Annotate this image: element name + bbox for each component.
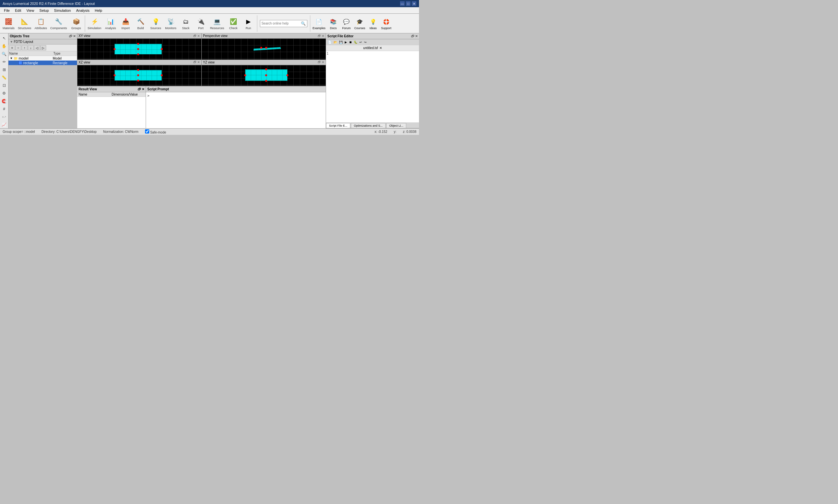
sidebar-select-tool[interactable]: ↖ [1, 35, 8, 42]
script-prompt-content[interactable]: > [146, 92, 326, 128]
script-save-btn[interactable]: 💾 [338, 40, 343, 44]
obj-up-btn[interactable]: ↑ [22, 45, 28, 50]
toolbar-groups[interactable]: 📦 Groups [69, 16, 84, 31]
menu-analysis[interactable]: Analysis [73, 8, 92, 13]
sidebar-zoom-tool[interactable]: 🔍 [1, 50, 8, 58]
sidebar-align-tool[interactable]: ⊡ [1, 82, 8, 89]
obj-down-btn[interactable]: ↓ [28, 45, 34, 50]
window-controls[interactable]: — □ ✕ [400, 1, 416, 6]
menu-simulation[interactable]: Simulation [51, 8, 73, 13]
sidebar-mesh-tool[interactable]: ⊞ [1, 66, 8, 73]
script-debug-btn[interactable]: 🐛 [353, 40, 358, 44]
search-box[interactable]: 🔍 [260, 20, 307, 27]
viewport-yz-float[interactable]: 🗗 [318, 60, 321, 64]
viewport-xy-close[interactable]: ✕ [197, 34, 200, 38]
toolbar-components[interactable]: 🔧 Components [49, 16, 68, 31]
viewport-yz-canvas[interactable] [202, 65, 326, 86]
viewport-xz-close[interactable]: ✕ [197, 60, 200, 64]
script-run-btn[interactable]: ▶ [344, 40, 347, 44]
sidebar-grid-tool[interactable]: # [1, 105, 8, 112]
menu-edit[interactable]: Edit [13, 8, 24, 13]
minimize-btn[interactable]: — [400, 1, 405, 6]
viewport-perspective[interactable]: Perspective view 🗗 ✕ [202, 33, 326, 59]
toolbar-import[interactable]: 📥 Import [119, 16, 133, 31]
viewport-persp-canvas[interactable] [202, 39, 326, 59]
script-content-area[interactable]: 1 [326, 51, 419, 122]
sidebar-settings-tool[interactable]: ⚙ [1, 90, 8, 97]
viewport-yz[interactable]: YZ view 🗗 ✕ [202, 60, 326, 86]
toolbar-attributes[interactable]: 📋 Attributes [33, 16, 49, 31]
menu-help[interactable]: Help [92, 8, 105, 13]
toolbar-stack[interactable]: 🗂 Stack [179, 16, 193, 31]
toolbar-analysis[interactable]: 📊 Analysis [104, 16, 118, 31]
viewport-xz-float[interactable]: 🗗 [194, 60, 196, 64]
model-expander[interactable]: ▼ [10, 57, 14, 60]
result-close-btn[interactable]: ✕ [142, 87, 144, 91]
viewport-xy[interactable]: XY view 🗗 ✕ [77, 33, 201, 59]
script-new-btn[interactable]: 📄 [327, 40, 332, 44]
script-close-btn[interactable]: ✕ [415, 34, 418, 38]
script-undo-btn[interactable]: ↩ [359, 40, 363, 44]
viewport-xy-canvas[interactable] [77, 39, 201, 59]
viewport-xz-title: XZ view [78, 60, 90, 64]
sidebar-measure-tool[interactable]: 📏 [1, 74, 8, 81]
viewport-persp-float[interactable]: 🗗 [318, 34, 321, 38]
viewport-xz[interactable]: XZ view 🗗 ✕ [77, 60, 201, 86]
toolbar-courses[interactable]: 🎓 Courses [353, 17, 366, 31]
toolbar-monitors[interactable]: 📡 Monitors [164, 16, 178, 31]
menu-view[interactable]: View [24, 8, 37, 13]
toolbar-check[interactable]: ✅ Check [226, 16, 240, 31]
toolbar-examples[interactable]: 📄 Examples [311, 17, 327, 31]
panel-close-btn[interactable]: ✕ [73, 34, 76, 38]
menu-setup[interactable]: Setup [37, 8, 51, 13]
result-float-btn[interactable]: 🗗 [138, 87, 141, 91]
script-float-btn[interactable]: 🗗 [411, 34, 414, 38]
script-close-file-btn[interactable]: ✕ [379, 46, 382, 50]
script-open-btn[interactable]: 📂 [333, 40, 338, 44]
toolbar-port[interactable]: 🔌 Port [194, 16, 208, 31]
examples-label: Examples [313, 26, 326, 30]
xz-dot-left [113, 74, 115, 76]
sidebar-chart-icon[interactable]: 📈 [1, 121, 8, 128]
menu-file[interactable]: File [1, 8, 13, 13]
viewport-persp-close[interactable]: ✕ [322, 34, 324, 38]
obj-move-left-btn[interactable]: ◁ [34, 45, 40, 50]
sidebar-pan-tool[interactable]: ✋ [1, 42, 8, 50]
toolbar-simulation[interactable]: ⚡ Simulation [86, 16, 103, 31]
viewport-xy-float[interactable]: 🗗 [194, 34, 196, 38]
toolbar-run[interactable]: ▶ Run [241, 16, 256, 31]
toolbar-support[interactable]: 🛟 Support [380, 17, 392, 31]
search-icon[interactable]: 🔍 [301, 21, 306, 26]
yz-dot-top [265, 68, 267, 70]
sidebar-draw-tool[interactable]: ✏ [1, 58, 8, 66]
tree-item-rectangle[interactable]: rectangle Rectangle [8, 60, 77, 65]
prompt-line-1: > [147, 94, 324, 98]
tab-optimizations[interactable]: Optimizations and S... [351, 123, 386, 128]
script-stop-btn[interactable]: ⏹ [348, 40, 353, 44]
result-col-name: Name [78, 93, 112, 96]
xy-dot-center [137, 48, 139, 50]
script-redo-btn[interactable]: ↪ [363, 40, 367, 44]
toolbar-build[interactable]: 🔨 Build [133, 16, 148, 31]
toolbar-docs[interactable]: 📚 Docs [327, 17, 339, 31]
search-input[interactable] [262, 22, 301, 25]
maximize-btn[interactable]: □ [406, 1, 410, 6]
toolbar-materials[interactable]: 🧱 Materials [1, 16, 16, 31]
obj-move-right-btn[interactable]: ▷ [40, 45, 46, 50]
obj-add-btn[interactable]: + [9, 45, 15, 50]
tab-object-lib[interactable]: Object Li... [386, 123, 406, 128]
tab-script-file[interactable]: Script File E... [326, 123, 350, 128]
obj-remove-btn[interactable]: − [15, 45, 21, 50]
toolbar-resources[interactable]: 💻 Resources [209, 16, 226, 31]
viewport-xz-canvas[interactable] [77, 65, 201, 86]
close-btn[interactable]: ✕ [412, 1, 416, 6]
toolbar-sources[interactable]: 💡 Sources [149, 16, 163, 31]
toolbar-forum[interactable]: 💬 Forum [340, 17, 353, 31]
tree-item-model[interactable]: ▼ 📁 model Model [8, 56, 77, 60]
toolbar-structures[interactable]: 📐 Structures [17, 16, 33, 31]
viewport-yz-close[interactable]: ✕ [322, 60, 324, 64]
toolbar-ideas[interactable]: 💡 Ideas [367, 17, 379, 31]
sidebar-snap-tool[interactable]: 🧲 [1, 97, 8, 105]
safe-mode-checkbox[interactable] [145, 129, 149, 133]
panel-float-btn[interactable]: 🗗 [69, 34, 72, 38]
